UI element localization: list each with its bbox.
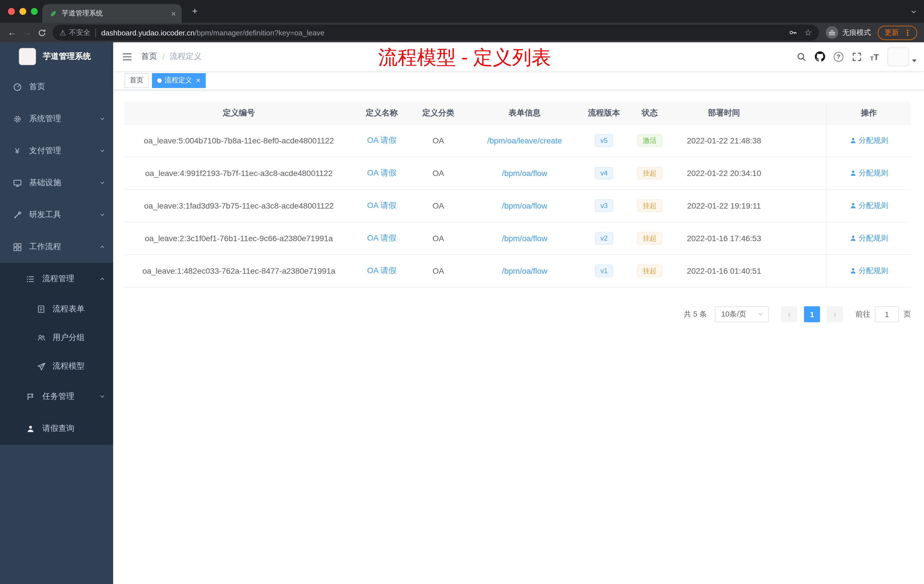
breadcrumb: 首页 / 流程定义 xyxy=(141,51,202,62)
tab-close-icon[interactable]: × xyxy=(171,9,176,18)
sidebar-item-label: 基础设施 xyxy=(29,178,92,188)
assign-rule-button[interactable]: 分配规则 xyxy=(850,135,888,146)
security-label[interactable]: 不安全 xyxy=(69,28,90,38)
next-page-button[interactable]: › xyxy=(827,306,843,322)
chevron-down-icon xyxy=(99,116,105,122)
definition-category: OA xyxy=(410,125,466,157)
breadcrumb-separator: / xyxy=(162,52,165,61)
form-link[interactable]: /bpm/oa/leave/create xyxy=(487,136,562,145)
pagination: 共 5 条 10条/页 ‹ 1 › 前往 页 xyxy=(125,306,911,322)
definition-name-link[interactable]: OA 请假 xyxy=(367,266,396,276)
font-size-icon[interactable]: TT xyxy=(870,52,879,61)
definition-name-link[interactable]: OA 请假 xyxy=(367,135,396,146)
definition-name-link[interactable]: OA 请假 xyxy=(367,168,396,178)
window-close-button[interactable] xyxy=(8,8,15,15)
avatar[interactable] xyxy=(888,47,909,66)
fullscreen-icon[interactable] xyxy=(852,52,861,61)
password-key-icon[interactable] xyxy=(788,28,797,37)
tab-search-chevron-icon[interactable] xyxy=(910,8,917,15)
definition-name-link[interactable]: OA 请假 xyxy=(367,233,396,243)
workflow-submenu: 流程管理 流程表单 用户分组 xyxy=(0,263,113,445)
tag-home[interactable]: 首页 xyxy=(125,73,148,88)
address-bar[interactable]: ⚠ 不安全 dashboard.yudao.iocoder.cn/bpm/man… xyxy=(53,25,819,41)
new-tab-button[interactable]: + xyxy=(188,5,201,18)
reload-button[interactable] xyxy=(34,25,49,40)
bookmark-star-icon[interactable]: ☆ xyxy=(804,27,812,38)
window-controls xyxy=(8,8,38,15)
definition-category: OA xyxy=(410,190,466,222)
definition-category: OA xyxy=(410,255,466,287)
sidebar-item-label: 任务管理 xyxy=(42,391,92,402)
sidebar-item-label: 首页 xyxy=(29,82,105,92)
search-icon[interactable] xyxy=(796,52,806,61)
sidebar-item-user-group[interactable]: 用户分组 xyxy=(0,323,113,352)
browser-tab[interactable]: 芋道管理系统 × xyxy=(42,4,182,23)
sidebar-item-process-model[interactable]: 流程模型 xyxy=(0,352,113,381)
definition-name-link[interactable]: OA 请假 xyxy=(367,201,396,211)
version-tag: v4 xyxy=(594,167,613,180)
window-zoom-button[interactable] xyxy=(31,8,38,15)
col-header: 表单信息 xyxy=(466,102,583,124)
sidebar-item-process-form[interactable]: 流程表单 xyxy=(0,295,113,323)
browser-tab-strip: 芋道管理系统 × + xyxy=(0,0,924,23)
annotation-text: 流程模型 - 定义列表 xyxy=(378,45,551,70)
col-header: 部署时间 xyxy=(674,102,774,124)
workflow-icon xyxy=(13,243,22,251)
security-warning-icon: ⚠ xyxy=(59,28,66,37)
page-number-button[interactable]: 1 xyxy=(804,306,820,322)
breadcrumb-home-link[interactable]: 首页 xyxy=(141,51,157,62)
page-jump: 前往 页 xyxy=(855,306,911,322)
sidebar-item-process-mgmt[interactable]: 流程管理 xyxy=(0,263,113,295)
sidebar-item-devtools[interactable]: 研发工具 xyxy=(0,199,113,231)
github-icon[interactable] xyxy=(815,51,825,62)
help-icon[interactable]: ? xyxy=(833,52,843,61)
document-form-icon xyxy=(36,305,46,313)
page-size-select[interactable]: 10条/页 xyxy=(715,306,769,322)
pagination-total: 共 5 条 xyxy=(684,309,707,319)
table-header-row: 定义编号 定义名称 定义分类 表单信息 流程版本 状态 部署时间 操作 xyxy=(125,102,911,125)
avatar-caret-icon xyxy=(912,59,917,62)
table-row: oa_leave:3:1fad3d93-7b75-11ec-a3c8-acde4… xyxy=(125,190,911,222)
tag-process-definition[interactable]: 流程定义 × xyxy=(152,73,205,88)
send-icon xyxy=(36,362,46,371)
browser-update-button[interactable]: 更新 ⋮ xyxy=(878,25,917,40)
assign-rule-button[interactable]: 分配规则 xyxy=(850,266,888,276)
form-link[interactable]: /bpm/oa/flow xyxy=(502,168,548,178)
version-tag: v1 xyxy=(594,265,613,277)
tag-label: 流程定义 xyxy=(165,76,192,85)
page-url[interactable]: dashboard.yudao.iocoder.cn/bpm/manager/d… xyxy=(101,28,324,37)
sidebar-item-infrastructure[interactable]: 基础设施 xyxy=(0,167,113,199)
deploy-time: 2022-01-22 20:34:10 xyxy=(674,157,774,189)
sidebar-item-payment[interactable]: ¥ 支付管理 xyxy=(0,135,113,167)
col-header: 定义名称 xyxy=(353,102,410,124)
assign-rule-button[interactable]: 分配规则 xyxy=(850,233,888,243)
assign-rule-button[interactable]: 分配规则 xyxy=(850,201,888,211)
main-area: 首页 / 流程定义 ? TT xyxy=(113,42,924,584)
assign-rule-button[interactable]: 分配规则 xyxy=(850,168,888,178)
goto-page-input[interactable] xyxy=(875,306,899,322)
sidebar-item-task-mgmt[interactable]: 任务管理 xyxy=(0,381,113,412)
monitor-icon xyxy=(13,178,22,187)
sidebar-item-system[interactable]: 系统管理 xyxy=(0,103,113,135)
sidebar-logo: 芋道管理系统 xyxy=(0,42,113,71)
tag-close-icon[interactable]: × xyxy=(196,77,200,84)
sidebar-item-home[interactable]: 首页 xyxy=(0,71,113,103)
incognito-badge: 无痕模式 xyxy=(826,26,871,39)
tab-title: 芋道管理系统 xyxy=(62,8,166,18)
back-button[interactable]: ← xyxy=(5,25,20,40)
form-link[interactable]: /bpm/oa/flow xyxy=(502,201,548,210)
sidebar-item-leave-query[interactable]: 请假查询 xyxy=(0,412,113,445)
sidebar: 芋道管理系统 首页 系统管理 ¥ 支付管理 xyxy=(0,42,113,584)
sidebar-item-workflow[interactable]: 工作流程 xyxy=(0,231,113,263)
sidebar-toggle-button[interactable] xyxy=(113,42,141,71)
forward-button[interactable]: → xyxy=(20,25,34,40)
prev-page-button[interactable]: ‹ xyxy=(781,306,797,322)
form-link[interactable]: /bpm/oa/flow xyxy=(502,234,548,243)
chevron-up-icon xyxy=(99,276,105,282)
form-link[interactable]: /bpm/oa/flow xyxy=(502,266,548,276)
update-label[interactable]: 更新 xyxy=(884,28,899,38)
user-avatar-menu[interactable] xyxy=(888,47,917,66)
browser-menu-icon[interactable]: ⋮ xyxy=(903,28,911,37)
url-path: /bpm/manager/definition?key=oa_leave xyxy=(195,28,325,37)
window-minimize-button[interactable] xyxy=(20,8,26,15)
